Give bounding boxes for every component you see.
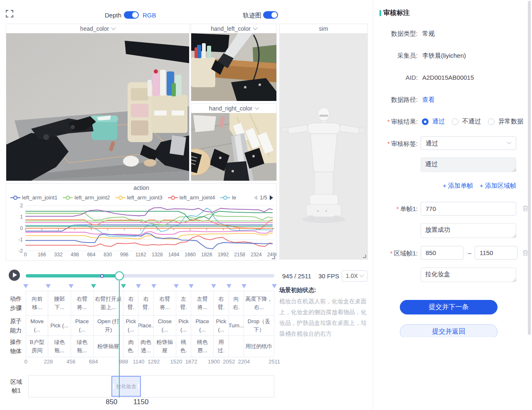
timeline-marker[interactable] [211, 284, 216, 288]
timeline-cell[interactable]: 用过. [214, 336, 229, 357]
timeline-cell[interactable]: 桃色唇... [191, 336, 214, 357]
resize-grip-icon[interactable] [512, 168, 516, 172]
timeline-cell[interactable]: 粉饼抽屉 [154, 336, 176, 357]
timeline-marker[interactable] [69, 284, 74, 288]
timeline-marker[interactable] [241, 284, 246, 288]
timeline-marker[interactable] [136, 284, 141, 288]
timeline-cell[interactable]: 桃色. [176, 336, 191, 357]
region-end-input[interactable] [475, 246, 517, 260]
play-button[interactable] [9, 270, 20, 281]
timeline-marker[interactable] [151, 284, 156, 288]
review-tag-select[interactable]: 通过 [421, 136, 516, 150]
timeline-cell[interactable]: 高度下降，右... [244, 291, 274, 316]
hand-right-camera-selector[interactable]: hand_right_color [191, 104, 276, 113]
timeline-cell[interactable]: 肉色. [123, 336, 138, 357]
timeline-marker[interactable] [121, 284, 126, 288]
timeline-cell[interactable]: 肉色透... [138, 336, 153, 357]
radio-abnormal[interactable] [488, 118, 495, 125]
region-block[interactable]: 拉化妆盒 [111, 376, 141, 397]
resize-handle-icon[interactable] [363, 255, 366, 258]
single-frame-desc-textarea[interactable]: 放置成功 [421, 223, 516, 238]
data-path-view-link[interactable]: 查看 [422, 96, 435, 104]
panel-scrollbar-thumb[interactable] [528, 1, 531, 335]
timeline-marker[interactable] [46, 284, 51, 288]
timeline-cell[interactable]: Drop（丢下） [244, 316, 274, 336]
head-camera-selector[interactable]: head_color [6, 24, 189, 33]
timeline-cell[interactable]: 向右. [229, 291, 244, 316]
timeline-cell[interactable]: 右臂. [138, 291, 153, 316]
single-frame-marker-dot[interactable] [100, 274, 104, 278]
radio-fail-label[interactable]: 不通过 [462, 118, 481, 125]
legend-item-le[interactable]: le [220, 194, 236, 201]
submit-next-button[interactable]: 提交并下一条 [400, 300, 498, 314]
legend-item-left_arm_joint3[interactable]: left_arm_joint3 [116, 194, 163, 201]
timeline-cell[interactable]: 绿色瓶... [48, 336, 71, 357]
region-start-input[interactable] [421, 246, 463, 260]
resize-grip-icon[interactable] [512, 278, 516, 282]
single-frame-input[interactable] [421, 202, 516, 216]
region-row-label: 区域帧1 [7, 376, 26, 395]
region-track[interactable] [28, 375, 274, 398]
review-tag-note-textarea[interactable]: 通过 [421, 157, 516, 172]
timeline-marker[interactable] [174, 284, 179, 288]
timeline-cell[interactable]: Place (... [191, 316, 214, 336]
timeline-cell[interactable]: Pick (... [214, 316, 229, 336]
timeline-cell[interactable]: 腰部下... [48, 291, 71, 316]
submit-return-button[interactable]: 提交并返回 [400, 324, 498, 337]
hand-right-camera-title: hand_right_color [209, 105, 252, 112]
timeline-marker[interactable] [91, 284, 96, 288]
legend-item-left_arm_joint4[interactable]: left_arm_joint4 [168, 194, 215, 201]
add-single-frame-link[interactable]: + 添加单帧 [443, 182, 473, 190]
radio-pass-label[interactable]: 通过 [432, 118, 445, 125]
speed-select[interactable]: 1.0X [342, 270, 367, 282]
timeline-cell[interactable]: 右臂. [214, 291, 229, 316]
radio-abnormal-label[interactable]: 异常数据 [498, 118, 523, 125]
timeline-cell[interactable]: 绿色瓶... [71, 336, 94, 357]
timeline-cell[interactable]: 向前移... [26, 291, 48, 316]
hand-left-camera-selector[interactable]: hand_left_color [191, 24, 276, 33]
timeline-marker[interactable] [23, 284, 28, 288]
timeline-cell[interactable]: Pick (... [123, 316, 138, 336]
timeline-marker[interactable] [272, 284, 277, 288]
legend-next-icon[interactable] [270, 195, 273, 200]
timeline-cell[interactable]: B户型房间 [26, 336, 48, 357]
timeline-cell[interactable]: 右臂将... [154, 291, 176, 316]
timeline-cell[interactable]: 用过的纸巾 [244, 336, 274, 357]
head-camera-view [6, 33, 189, 181]
timeline-marker[interactable] [189, 284, 194, 288]
progress-slider-handle[interactable] [115, 271, 124, 280]
radio-fail[interactable] [452, 118, 458, 125]
playhead-line[interactable] [119, 281, 120, 398]
x-tick-label: 1162 [135, 252, 146, 258]
timeline-cell[interactable]: Pick (... [48, 316, 71, 336]
region-desc-textarea[interactable]: 拉化妆盒 [421, 268, 516, 282]
timeline-marker[interactable] [227, 284, 232, 288]
legend-item-left_arm_joint2[interactable]: left_arm_joint2 [63, 194, 110, 201]
action-line-chart: 210-1-2016633249866483099611621328149416… [6, 203, 276, 261]
x-tick-label: 996 [120, 252, 128, 258]
timeline-cell[interactable]: Place.. [138, 316, 153, 336]
timeline-cell[interactable]: 右臂. [123, 291, 138, 316]
timeline-cell[interactable]: Place (... [71, 316, 94, 336]
timeline-cell[interactable] [229, 336, 244, 357]
fullscreen-icon[interactable] [6, 10, 13, 17]
timeline-cell[interactable]: Close (... [154, 316, 176, 336]
timeline-cell[interactable]: Move (... [26, 316, 48, 336]
add-region-frame-link[interactable]: + 添加区域帧 [480, 182, 516, 190]
hand-left-camera-view [191, 33, 276, 101]
depth-rgb-toggle[interactable] [124, 11, 139, 19]
trajectory-toggle[interactable] [263, 11, 278, 19]
region-block-right-handle[interactable] [138, 384, 139, 389]
timeline-cell[interactable]: Pick (... [176, 316, 191, 336]
radio-pass[interactable] [422, 118, 429, 125]
timeline-cell[interactable]: 左臂将... [191, 291, 214, 316]
resize-grip-icon[interactable] [512, 234, 516, 238]
sim-viewport[interactable] [280, 33, 367, 259]
legend-item-left_arm_joint1[interactable]: left_arm_joint1 [10, 194, 57, 201]
timeline-cell[interactable]: 右臂将... [71, 291, 94, 316]
timeline-cell[interactable]: 左臂. [176, 291, 191, 316]
region-block-left-handle[interactable] [113, 384, 114, 389]
legend-prev-icon[interactable] [254, 195, 257, 200]
resize-handle-icon[interactable] [272, 256, 275, 259]
timeline-cell[interactable]: Turn... [229, 316, 244, 336]
